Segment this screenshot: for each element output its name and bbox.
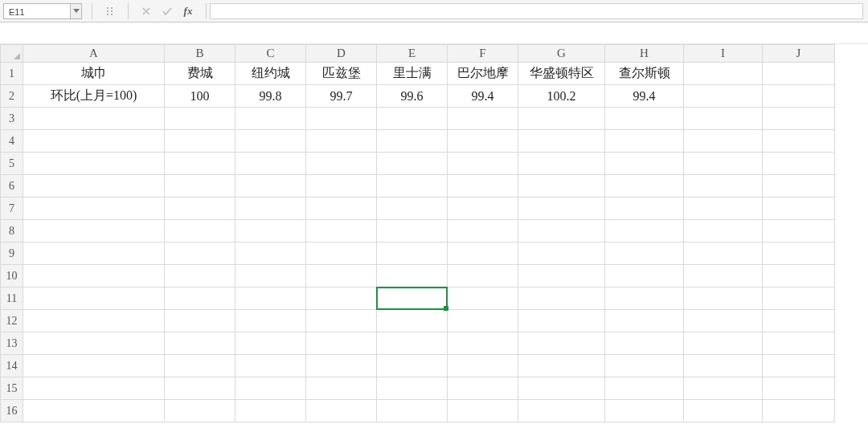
cell-C9[interactable]	[235, 243, 306, 265]
column-header-G[interactable]: G	[518, 45, 605, 63]
cell-B15[interactable]	[165, 377, 235, 400]
row-header-16[interactable]: 16	[1, 400, 23, 422]
cell-H4[interactable]	[605, 130, 684, 153]
cell-B16[interactable]	[165, 400, 235, 422]
cell-I2[interactable]	[684, 85, 763, 108]
cell-H5[interactable]	[605, 153, 684, 175]
cell-F13[interactable]	[448, 332, 518, 355]
cell-J15[interactable]	[763, 377, 835, 400]
cell-B10[interactable]	[165, 265, 235, 287]
cell-I16[interactable]	[684, 400, 763, 422]
cell-J1[interactable]	[763, 63, 835, 85]
cell-G7[interactable]	[518, 198, 605, 220]
name-box-dropdown[interactable]	[71, 3, 82, 19]
cell-J14[interactable]	[763, 355, 835, 377]
cell-E3[interactable]	[377, 108, 448, 130]
cell-C10[interactable]	[235, 265, 306, 287]
cell-G10[interactable]	[518, 265, 605, 287]
cell-C16[interactable]	[235, 400, 306, 422]
cell-I3[interactable]	[684, 108, 763, 130]
cell-E1[interactable]: 里士满	[377, 63, 448, 85]
cell-J4[interactable]	[763, 130, 835, 153]
cell-A11[interactable]	[23, 287, 165, 310]
cell-E4[interactable]	[377, 130, 448, 153]
cell-I1[interactable]	[684, 63, 763, 85]
cell-I7[interactable]	[684, 198, 763, 220]
cell-D5[interactable]	[306, 153, 377, 175]
cell-J11[interactable]	[763, 287, 835, 310]
cell-I13[interactable]	[684, 332, 763, 355]
cell-D2[interactable]: 99.7	[306, 85, 377, 108]
cell-C4[interactable]	[235, 130, 306, 153]
cell-E8[interactable]	[377, 220, 448, 243]
cell-H2[interactable]: 99.4	[605, 85, 684, 108]
cell-H9[interactable]	[605, 243, 684, 265]
row-header-2[interactable]: 2	[1, 85, 23, 108]
cell-G8[interactable]	[518, 220, 605, 243]
cell-B9[interactable]	[165, 243, 235, 265]
cell-D9[interactable]	[306, 243, 377, 265]
cell-F9[interactable]	[448, 243, 518, 265]
cell-B1[interactable]: 费城	[165, 63, 235, 85]
cell-B13[interactable]	[165, 332, 235, 355]
cell-H8[interactable]	[605, 220, 684, 243]
column-header-B[interactable]: B	[165, 45, 235, 63]
cell-J3[interactable]	[763, 108, 835, 130]
row-header-15[interactable]: 15	[1, 377, 23, 400]
cell-B4[interactable]	[165, 130, 235, 153]
cell-J13[interactable]	[763, 332, 835, 355]
cell-A6[interactable]	[23, 175, 165, 198]
cell-H16[interactable]	[605, 400, 684, 422]
cell-C5[interactable]	[235, 153, 306, 175]
row-header-6[interactable]: 6	[1, 175, 23, 198]
cell-I5[interactable]	[684, 153, 763, 175]
column-header-E[interactable]: E	[377, 45, 448, 63]
cell-F12[interactable]	[448, 310, 518, 332]
cell-C2[interactable]: 99.8	[235, 85, 306, 108]
cell-I9[interactable]	[684, 243, 763, 265]
formula-input[interactable]	[210, 3, 863, 19]
cell-D12[interactable]	[306, 310, 377, 332]
cell-I4[interactable]	[684, 130, 763, 153]
row-header-5[interactable]: 5	[1, 153, 23, 175]
cell-D1[interactable]: 匹兹堡	[306, 63, 377, 85]
cell-H15[interactable]	[605, 377, 684, 400]
cell-J10[interactable]	[763, 265, 835, 287]
row-header-11[interactable]: 11	[1, 287, 23, 310]
row-header-12[interactable]: 12	[1, 310, 23, 332]
cell-B7[interactable]	[165, 198, 235, 220]
row-header-1[interactable]: 1	[1, 63, 23, 85]
column-header-J[interactable]: J	[763, 45, 835, 63]
cell-F15[interactable]	[448, 377, 518, 400]
cell-J6[interactable]	[763, 175, 835, 198]
cell-G12[interactable]	[518, 310, 605, 332]
cell-E7[interactable]	[377, 198, 448, 220]
cell-E2[interactable]: 99.6	[377, 85, 448, 108]
cell-H10[interactable]	[605, 265, 684, 287]
cell-D4[interactable]	[306, 130, 377, 153]
cell-F16[interactable]	[448, 400, 518, 422]
cancel-icon[interactable]	[140, 5, 153, 18]
cell-C15[interactable]	[235, 377, 306, 400]
cell-E14[interactable]	[377, 355, 448, 377]
cell-F6[interactable]	[448, 175, 518, 198]
cell-H1[interactable]: 查尔斯顿	[605, 63, 684, 85]
cell-G11[interactable]	[518, 287, 605, 310]
cell-A15[interactable]	[23, 377, 165, 400]
cell-J8[interactable]	[763, 220, 835, 243]
cell-C12[interactable]	[235, 310, 306, 332]
cell-A13[interactable]	[23, 332, 165, 355]
cell-B8[interactable]	[165, 220, 235, 243]
cell-I8[interactable]	[684, 220, 763, 243]
cell-H12[interactable]	[605, 310, 684, 332]
row-header-4[interactable]: 4	[1, 130, 23, 153]
cell-D3[interactable]	[306, 108, 377, 130]
cell-A16[interactable]	[23, 400, 165, 422]
cell-I15[interactable]	[684, 377, 763, 400]
cell-G4[interactable]	[518, 130, 605, 153]
grid[interactable]: ABCDEFGHIJ1城巾费城纽约城匹兹堡里士满巴尔地摩华盛顿特区查尔斯顿2环比…	[0, 44, 835, 422]
cell-H3[interactable]	[605, 108, 684, 130]
cell-C11[interactable]	[235, 287, 306, 310]
cell-G2[interactable]: 100.2	[518, 85, 605, 108]
row-header-9[interactable]: 9	[1, 243, 23, 265]
